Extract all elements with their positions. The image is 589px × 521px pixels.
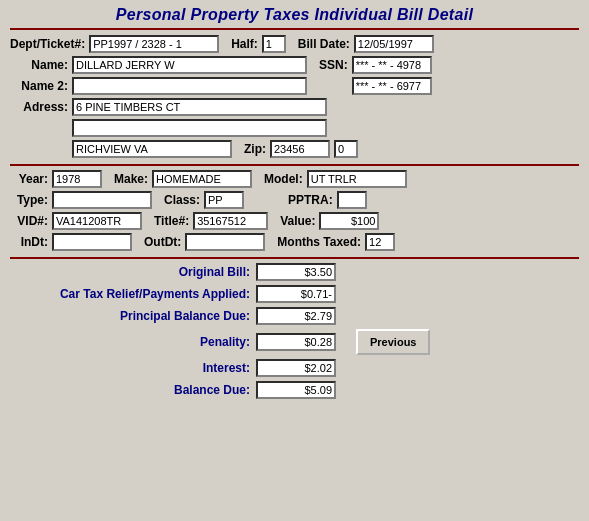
vid-input[interactable] — [52, 212, 142, 230]
name2-label: Name 2: — [10, 79, 68, 93]
billing-section: Original Bill: Car Tax Relief/Payments A… — [10, 263, 579, 399]
car-tax-input[interactable] — [256, 285, 336, 303]
address-label: Adress: — [10, 100, 68, 114]
vid-row: VID#: Title#: Value: — [10, 212, 579, 230]
city-input[interactable] — [72, 140, 232, 158]
page-title: Personal Property Taxes Individual Bill … — [10, 6, 579, 24]
model-label: Model: — [264, 172, 303, 186]
outdt-label: OutDt: — [144, 235, 181, 249]
address2-input[interactable] — [72, 119, 327, 137]
zip2-input[interactable] — [334, 140, 358, 158]
principal-input[interactable] — [256, 307, 336, 325]
type-row: Type: Class: PPTRA: — [10, 191, 579, 209]
title-input[interactable] — [193, 212, 268, 230]
bill-date-input[interactable] — [354, 35, 434, 53]
penality-input[interactable] — [256, 333, 336, 351]
address1-input[interactable] — [72, 98, 327, 116]
vid-label: VID#: — [10, 214, 48, 228]
top-divider — [10, 28, 579, 30]
half-label: Half: — [231, 37, 258, 51]
type-input[interactable] — [52, 191, 152, 209]
middle-divider — [10, 164, 579, 166]
ssn-input[interactable] — [352, 56, 432, 74]
year-input[interactable] — [52, 170, 102, 188]
make-label: Make: — [114, 172, 148, 186]
year-row: Year: Make: Model: — [10, 170, 579, 188]
bill-date-label: Bill Date: — [298, 37, 350, 51]
main-container: Personal Property Taxes Individual Bill … — [0, 0, 589, 521]
outdt-input[interactable] — [185, 233, 265, 251]
value-input[interactable] — [319, 212, 379, 230]
indt-label: InDt: — [10, 235, 48, 249]
value-label: Value: — [280, 214, 315, 228]
type-label: Type: — [10, 193, 48, 207]
address2-row — [10, 119, 579, 137]
dept-ticket-input[interactable] — [89, 35, 219, 53]
balance-row: Balance Due: — [30, 381, 579, 399]
principal-label: Principal Balance Due: — [30, 309, 250, 323]
original-bill-input[interactable] — [256, 263, 336, 281]
balance-input[interactable] — [256, 381, 336, 399]
class-label: Class: — [164, 193, 200, 207]
name2-row: Name 2: SSN: — [10, 77, 579, 95]
original-bill-label: Original Bill: — [30, 265, 250, 279]
interest-label: Interest: — [30, 361, 250, 375]
name-row: Name: SSN: — [10, 56, 579, 74]
zip-input[interactable] — [270, 140, 330, 158]
interest-input[interactable] — [256, 359, 336, 377]
zip-label: Zip: — [244, 142, 266, 156]
bottom-divider — [10, 257, 579, 259]
principal-row: Principal Balance Due: — [30, 307, 579, 325]
interest-row: Interest: — [30, 359, 579, 377]
ssn-label: SSN: — [319, 58, 348, 72]
previous-button[interactable]: Previous — [356, 329, 430, 355]
months-taxed-input[interactable] — [365, 233, 395, 251]
ssn2-input[interactable] — [352, 77, 432, 95]
balance-label: Balance Due: — [30, 383, 250, 397]
class-input[interactable] — [204, 191, 244, 209]
months-taxed-label: Months Taxed: — [277, 235, 361, 249]
indt-input[interactable] — [52, 233, 132, 251]
make-input[interactable] — [152, 170, 252, 188]
dept-ticket-label: Dept/Ticket#: — [10, 37, 85, 51]
city-row: Zip: — [10, 140, 579, 158]
penality-label: Penality: — [30, 335, 250, 349]
name2-input[interactable] — [72, 77, 307, 95]
address-row: Adress: — [10, 98, 579, 116]
title-label: Title#: — [154, 214, 189, 228]
pptra-label: PPTRA: — [288, 193, 333, 207]
model-input[interactable] — [307, 170, 407, 188]
indt-row: InDt: OutDt: Months Taxed: — [10, 233, 579, 251]
name-label: Name: — [10, 58, 68, 72]
car-tax-row: Car Tax Relief/Payments Applied: — [30, 285, 579, 303]
penality-row: Penality: Previous — [30, 329, 579, 355]
name-input[interactable] — [72, 56, 307, 74]
half-input[interactable] — [262, 35, 286, 53]
car-tax-label: Car Tax Relief/Payments Applied: — [30, 287, 250, 301]
year-label: Year: — [10, 172, 48, 186]
original-bill-row: Original Bill: — [30, 263, 579, 281]
pptra-input[interactable] — [337, 191, 367, 209]
dept-row: Dept/Ticket#: Half: Bill Date: — [10, 35, 579, 53]
